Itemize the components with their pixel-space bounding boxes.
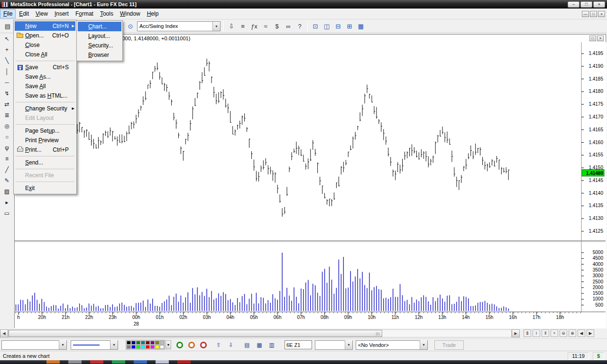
taskbar-button-2[interactable]	[90, 360, 103, 364]
menubar-item-tools[interactable]: Tools	[97, 9, 117, 18]
palette-color-1[interactable]	[131, 341, 136, 345]
palette-color-8[interactable]	[127, 345, 131, 349]
tile-grid-button[interactable]: ⊞	[344, 20, 355, 32]
file-menu-item-save-as[interactable]: Save As...	[15, 72, 75, 82]
layout-split-button[interactable]: ▥	[267, 340, 277, 350]
chart-canvas[interactable]: 1.41951.41901.41851.41801.41751.41701.41…	[15, 42, 607, 328]
new-chart-button[interactable]: ▤	[2, 20, 13, 32]
palette-color-15[interactable]	[160, 345, 164, 349]
file-menu-item-save[interactable]: SaveCtrl+S	[15, 63, 75, 72]
color-palette-dropdown[interactable]: ▼	[166, 340, 171, 349]
scrollbar-right-arrow[interactable]: ▶	[512, 329, 520, 337]
page-left-button[interactable]: ◀	[578, 329, 585, 337]
taskbar-button-0[interactable]	[46, 360, 60, 364]
file-menu-item-exit[interactable]: Exit	[15, 183, 75, 193]
vendor-dropdown[interactable]: <No Vendor> ▼	[356, 340, 428, 350]
taskbar-button-3[interactable]	[112, 360, 125, 364]
crosshair-mode-button[interactable]: +	[551, 329, 558, 337]
child-close-button[interactable]: ×	[598, 11, 605, 17]
tile-horizontal-button[interactable]: ⊟	[332, 20, 344, 32]
palette-color-2[interactable]	[136, 341, 140, 345]
pitchfork-tool[interactable]: ψ	[1, 143, 13, 153]
zoom-out-button[interactable]: ⊖	[560, 329, 567, 337]
palette-color-5[interactable]	[150, 341, 155, 345]
file-menu-item-save-all[interactable]: Save All	[15, 82, 75, 91]
vertical-line-tool[interactable]: │	[1, 66, 13, 77]
downloader-button[interactable]: ⇩	[226, 20, 237, 32]
tile-vertical-button[interactable]: ◫	[321, 20, 332, 32]
zigzag-tool[interactable]: ↯	[1, 88, 13, 99]
expert-advisor-button[interactable]: ≈	[260, 20, 271, 32]
security-manager-button[interactable]: ≡	[237, 20, 248, 32]
taskbar-button-1[interactable]	[68, 360, 82, 364]
ellipse-tool[interactable]: ○	[1, 132, 13, 142]
new-submenu-item-chart[interactable]: Chart...	[78, 22, 121, 31]
file-menu-item-send[interactable]: Send...	[15, 158, 75, 167]
periodicity-dropdown[interactable]: ▼	[1, 340, 67, 350]
chart-restore-button[interactable]: □	[589, 36, 596, 41]
child-minimize-button[interactable]: —	[582, 11, 589, 17]
layout-single-button[interactable]: ▤	[242, 340, 252, 350]
new-submenu-item-layout[interactable]: Layout...	[78, 31, 121, 41]
spiral-tool[interactable]: ◎	[1, 121, 13, 131]
trade-button[interactable]: Trade	[434, 340, 464, 350]
file-menu-item-print[interactable]: Print...Ctrl+P	[15, 145, 75, 155]
child-restore-button[interactable]: □	[590, 11, 597, 17]
maximize-button[interactable]: □	[580, 1, 592, 8]
page-right-button[interactable]: ▶	[587, 329, 594, 337]
palette-color-14[interactable]	[155, 345, 159, 349]
line-style-dropdown[interactable]: ▼	[71, 340, 118, 350]
speed-lines-tool[interactable]: ╱	[1, 164, 13, 175]
fibonacci-tool[interactable]: ≣	[1, 110, 13, 120]
cascade-windows-button[interactable]: ▦	[355, 20, 367, 32]
file-menu-item-print-preview[interactable]: Print Preview	[15, 136, 75, 145]
file-menu-item-close[interactable]: Close	[15, 40, 75, 50]
palette-color-11[interactable]	[141, 345, 145, 349]
cycle-lines-tool[interactable]: ⇄	[1, 99, 13, 109]
taskbar-button-4[interactable]	[134, 360, 147, 364]
menubar-item-edit[interactable]: Edit	[16, 9, 32, 18]
horizontal-line-tool[interactable]: ─	[1, 77, 13, 88]
quotes-button[interactable]	[176, 342, 183, 348]
scrollbar-track[interactable]	[8, 329, 512, 337]
menubar-item-format[interactable]: Format	[72, 9, 97, 18]
zoom-chart-button[interactable]: ⊙	[125, 20, 136, 32]
new-window-button[interactable]: ⊡	[310, 20, 321, 32]
zoom-in-button[interactable]: ⊕	[569, 329, 576, 337]
apply-template-button[interactable]: ⇧	[213, 340, 224, 350]
menubar-item-window[interactable]: Window	[117, 9, 144, 18]
pointer-mode-button[interactable]: I	[533, 329, 540, 337]
trendline-tool[interactable]: ╲	[1, 55, 13, 66]
system-tester-button[interactable]: $	[271, 20, 283, 32]
chart-close-button[interactable]: ×	[597, 36, 604, 41]
minimize-button[interactable]: –	[568, 1, 579, 8]
scrollbar-left-arrow[interactable]: ◀	[0, 329, 8, 337]
new-submenu-item-browser[interactable]: Browser	[78, 50, 121, 60]
menubar-item-file[interactable]: File	[0, 9, 16, 18]
fit-vertical-button[interactable]: ⇕	[542, 329, 549, 337]
palette-color-0[interactable]	[127, 341, 131, 345]
palette-color-6[interactable]	[155, 341, 159, 345]
symbol-input[interactable]	[285, 340, 312, 349]
menubar-item-insert[interactable]: Insert	[51, 9, 72, 18]
menubar-item-view[interactable]: View	[32, 9, 51, 18]
scrollbar-thumb[interactable]	[9, 330, 382, 337]
quadrant-lines-tool[interactable]: ≡	[1, 154, 13, 164]
layout-grid-button[interactable]: ▦	[254, 340, 265, 350]
new-submenu-item-security[interactable]: Security...	[78, 41, 121, 50]
palette-color-9[interactable]	[131, 345, 136, 349]
text-tool[interactable]: ✎	[1, 175, 13, 186]
palette-color-4[interactable]	[146, 341, 150, 345]
alerts-button[interactable]	[200, 342, 207, 348]
pattern-tool[interactable]: ▨	[1, 186, 13, 197]
context-help-button[interactable]: ?	[294, 20, 305, 32]
file-menu-item-change-security[interactable]: Change Security▶	[15, 104, 75, 113]
file-menu-item-page-setup[interactable]: Page Setup...	[15, 126, 75, 136]
indicator-dropdown[interactable]: Acc/Swing Index▼	[137, 21, 221, 31]
file-menu-item-save-as-html[interactable]: Save as HTML...	[15, 91, 75, 100]
palette-color-12[interactable]	[146, 345, 150, 349]
pointer-tool[interactable]: ↖	[1, 34, 13, 44]
save-layout-button[interactable]: ⇩	[226, 340, 236, 350]
file-menu-item-open[interactable]: Open...Ctrl+O	[15, 31, 75, 40]
crosshair-tool[interactable]: +	[1, 45, 13, 55]
